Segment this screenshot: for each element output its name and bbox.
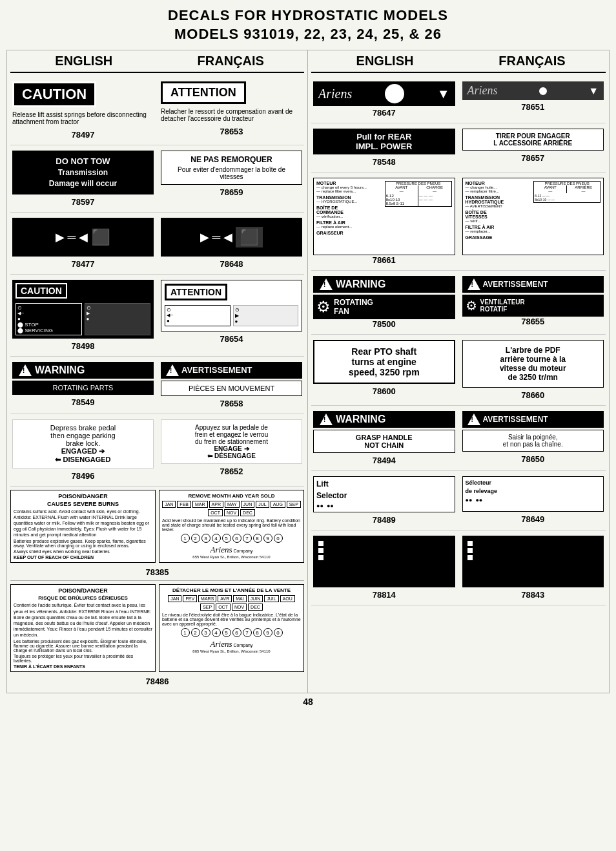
decal-num-78477: 78477	[71, 259, 94, 269]
decal-num-78661: 78661	[373, 255, 396, 265]
decal-78647: Ariens ▼ 78647	[311, 79, 457, 120]
decal-num-78498: 78498	[71, 341, 94, 351]
brake-box-en: Depress brake pedal then engage parking …	[12, 419, 154, 468]
bottom-78385-section: POISON/DANGER CAUSES SEVERE BURNS Contai…	[10, 487, 304, 580]
maintenance-table-en: MOTEUR — change oil every 5 hours... — r…	[313, 178, 455, 255]
bottom-78486-section: POISON/DANGER RISQUE DE BRÛLURES SÉRIEUS…	[10, 580, 304, 689]
maintenance-table-fr: MOTEUR — changer huile... — remplacer fi…	[462, 178, 604, 255]
brake-box-fr: Appuyez sur la pedale de frein et engage…	[161, 419, 302, 464]
right-header-row: ENGLISH FRANÇAIS	[311, 54, 606, 73]
decal-num-78653: 78653	[220, 127, 243, 136]
decal-num-78652: 78652	[220, 467, 243, 476]
caution-gauge-box: CAUTION ⊙ ◀─ ● ⬤ STOP ⬤ SERVICING ⊙	[12, 280, 154, 339]
grasp-handle-text: GRASP HANDLENOT CHAIN	[313, 430, 455, 453]
decal-78814: 78814	[311, 534, 457, 602]
tirer-pour-box: TIRER POUR ENGAGERL ACCESSOIRE ARRIÈRE	[462, 129, 604, 151]
left-half: ENGLISH FRANÇAIS CAUTION Release lift as…	[7, 50, 308, 693]
decal-num-78658: 78658	[220, 399, 243, 408]
decal-78597: DO NOT TOW Transmission Damage will occu…	[10, 149, 156, 209]
decal-num-78549: 78549	[71, 397, 94, 407]
decal-num-78655: 78655	[521, 317, 544, 326]
decal-num-78649: 78649	[521, 514, 544, 524]
section-78549: WARNING ROTATING PARTS 78549 AVERTISSEME…	[10, 357, 304, 414]
bottom-78486-row: POISON/DANGER RISQUE DE BRÛLURES SÉRIEUS…	[10, 584, 304, 675]
decal-78489: Lift Selector ●● ●● 78489	[311, 474, 457, 527]
do-not-tow-box: DO NOT TOW Transmission Damage will occu…	[12, 151, 154, 194]
decal-78500: WARNING ⚙ ROTATINGFAN 78500	[311, 274, 457, 331]
decal-num-78657: 78657	[521, 153, 544, 163]
warning-triangle-icon-fan-en	[320, 278, 333, 290]
decal-78650: AVERTISSEMENT Saisir la poignée,et non p…	[460, 409, 606, 467]
decal-num-78654: 78654	[220, 334, 243, 344]
caution-label-1: CAUTION	[12, 81, 96, 107]
decal-num-78843: 78843	[521, 590, 544, 600]
decal-num-78500: 78500	[373, 319, 396, 329]
detacher-mois-box: DÉTACHER LE MOIS ET L'ANNÉE DE LA VENTE …	[159, 584, 304, 672]
ariens-logo-box-en: Ariens ▼	[313, 81, 455, 106]
section-78500: WARNING ⚙ ROTATINGFAN 78500 AVERTISSEMEN…	[311, 271, 606, 335]
section-78814: 78814 78843	[311, 531, 606, 605]
maintenance-pair: MOTEUR — change oil every 5 hours... — r…	[311, 176, 606, 267]
warning-label-rotating: WARNING	[12, 362, 154, 379]
lift-selector-box-fr: Sélecteur de relevage ●● ●●	[462, 476, 604, 512]
decal-78494: WARNING GRASP HANDLENOT CHAIN 78494	[311, 409, 457, 467]
decal-78654: ATTENTION ⊙ ◀─ ● ⊙ ▶ ●	[159, 278, 304, 353]
decal-78548: Pull for REARIMPL. POWER 78548	[311, 127, 457, 169]
ventilateur-box: ⚙ VENTILATEURROTATIF	[462, 295, 604, 317]
decal-78657: TIRER POUR ENGAGERL ACCESSOIRE ARRIÈRE 7…	[460, 127, 606, 169]
remove-month-box: REMOVE MONTH AND YEAR SOLD JAN FEB MAR A…	[159, 490, 304, 563]
avertissement-label-fan: AVERTISSEMENT	[462, 276, 604, 293]
section-78494: WARNING GRASP HANDLENOT CHAIN 78494 AVER…	[311, 406, 606, 471]
decal-78497: CAUTION Release lift assist springs befo…	[10, 79, 156, 142]
section-78661: MOTEUR — change oil every 5 hours... — r…	[311, 173, 606, 271]
section-78548: Pull for REARIMPL. POWER 78548 TIRER POU…	[311, 123, 606, 173]
page-container: DECALS FOR HYDROSTATIC MODELS MODELS 931…	[6, 6, 610, 707]
decal-78660: L'arbre de PDF arrière tourne à la vites…	[460, 338, 606, 402]
decal-78648: ▶ ═ ◀ ⬛ 78648	[159, 216, 304, 271]
warning-label-fan-en: WARNING	[313, 276, 455, 293]
pieces-en-mouvement-text: PIÈCES EN MOUVEMENT	[161, 381, 302, 396]
decal-78653: ATTENTION Relacher le ressort de compens…	[159, 79, 304, 142]
decal-78843: 78843	[460, 534, 606, 602]
pull-rear-box: Pull for REARIMPL. POWER	[313, 129, 455, 154]
decal-num-78486: 78486	[10, 677, 304, 686]
decal-num-78489: 78489	[373, 515, 396, 525]
rear-pto-text: Rear PTO shaft turns at engine speed, 32…	[313, 340, 455, 384]
saisir-text: Saisir la poignée,et non pas la chaîne.	[462, 430, 604, 452]
decal-num-78650: 78650	[521, 454, 544, 464]
poison-danger-fr-box: POISON/DANGER RISQUE DE BRÛLURES SÉRIEUS…	[10, 584, 156, 672]
right-french-header: FRANÇAIS	[458, 54, 606, 68]
section-78477: ▶ ═ ◀ ⬛ 78477 ▶ ═ ◀ ⬛ 78648	[10, 213, 304, 275]
right-english-header: ENGLISH	[311, 54, 458, 68]
decal-num-78651: 78651	[521, 102, 544, 112]
avertissement-label-grasp: AVERTISSEMENT	[462, 411, 604, 428]
section-78489: Lift Selector ●● ●● 78489 Sélecteur de r…	[311, 471, 606, 531]
small-black-box-fr	[462, 536, 604, 587]
left-french-header: FRANÇAIS	[158, 54, 305, 68]
decal-78477: ▶ ═ ◀ ⬛ 78477	[10, 216, 156, 271]
section-78496: Depress brake pedal then engage parking …	[10, 414, 304, 487]
section-78597: DO NOT TOW Transmission Damage will occu…	[10, 145, 304, 213]
decal-78661-fr: MOTEUR — changer huile... — remplacer fi…	[460, 176, 606, 267]
warning-triangle-icon	[19, 364, 32, 376]
warning-triangle-icon-fan-fr	[467, 278, 480, 290]
attention-gauge-box: ATTENTION ⊙ ◀─ ● ⊙ ▶ ●	[161, 280, 302, 331]
decal-78658: AVERTISSEMENT PIÈCES EN MOUVEMENT 78658	[159, 360, 304, 410]
warning-triangle-grasp-en	[320, 414, 333, 425]
small-black-box-en	[313, 536, 455, 587]
decal-78655: AVERTISSEMENT ⚙ VENTILATEURROTATIF 78655	[460, 274, 606, 331]
decal-num-78497: 78497	[71, 130, 94, 140]
attention-text-1: Relacher le ressort de compensation avan…	[161, 106, 302, 124]
decal-num-78494: 78494	[373, 456, 396, 465]
page-number: 48	[6, 697, 610, 707]
right-half: ENGLISH FRANÇAIS Ariens ▼ 78647 Ariens	[308, 50, 609, 693]
decal-78498: CAUTION ⊙ ◀─ ● ⬤ STOP ⬤ SERVICING ⊙	[10, 278, 156, 353]
rotating-parts-text: ROTATING PARTS	[12, 381, 154, 395]
avertissement-label-1: AVERTISSEMENT	[161, 362, 302, 379]
decal-num-78597: 78597	[71, 197, 94, 207]
decal-78600: Rear PTO shaft turns at engine speed, 32…	[311, 338, 457, 402]
main-grid: ENGLISH FRANÇAIS CAUTION Release lift as…	[6, 50, 610, 693]
arbre-text: L'arbre de PDF arrière tourne à la vites…	[462, 340, 604, 388]
decal-78651: Ariens ▼ 78651	[460, 79, 606, 120]
decal-78649: Sélecteur de relevage ●● ●● 78649	[460, 474, 606, 527]
